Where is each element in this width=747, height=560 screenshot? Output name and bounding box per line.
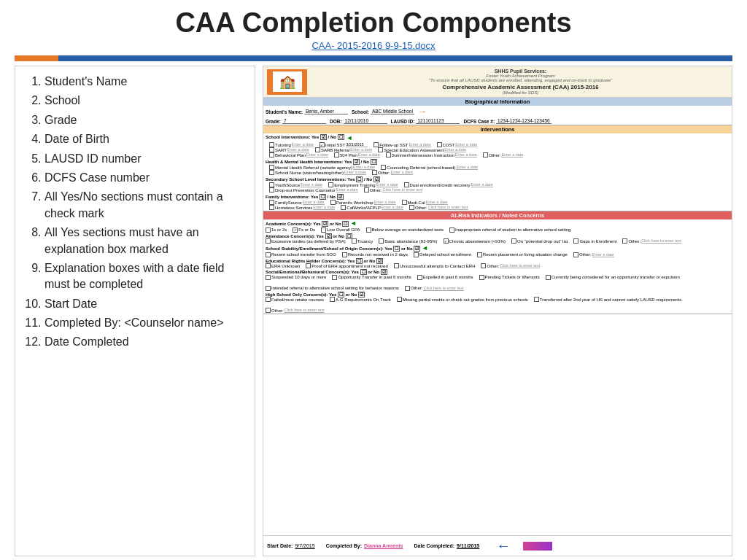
checkbox-ag-req[interactable]: [330, 297, 335, 302]
checkbox-mh-referral[interactable]: [269, 165, 274, 170]
completed-by-val[interactable]: Dianna Arments: [364, 543, 403, 548]
date-calworks[interactable]: Enter a date: [382, 205, 403, 210]
checkbox-initial-sst[interactable]: [320, 142, 325, 147]
student-name-val[interactable]: Benis, Amber: [304, 109, 348, 114]
checkbox-transferred-hs[interactable]: [534, 297, 539, 302]
checkbox-inapt-ref[interactable]: [449, 228, 454, 233]
checkbox-school-nurse[interactable]: [269, 170, 274, 175]
checkbox-1s2s[interactable]: [266, 228, 271, 233]
health-int-yes-box[interactable]: ☑: [353, 159, 360, 165]
checkbox-cost[interactable]: [437, 142, 442, 147]
checkbox-suspended[interactable]: [266, 275, 271, 280]
checkbox-parent-workshop[interactable]: [330, 200, 336, 205]
checkbox-other-family[interactable]: [409, 205, 414, 210]
checkbox-tutoring[interactable]: [269, 142, 274, 147]
date-sped[interactable]: Enter a date: [444, 147, 466, 152]
date-other-family[interactable]: Click here to enter text: [428, 205, 468, 210]
date-other-secondary[interactable]: Click here to enter text: [382, 187, 422, 192]
checkbox-other-secondary[interactable]: [364, 187, 369, 192]
date-sart[interactable]: Enter a date: [287, 147, 309, 152]
checkbox-truancy[interactable]: [352, 238, 357, 244]
checkbox-fsds[interactable]: [293, 228, 298, 233]
checkbox-other-health[interactable]: [372, 170, 377, 175]
checkbox-dropout-list[interactable]: [511, 238, 516, 244]
checkbox-opp-transfer[interactable]: [332, 275, 337, 280]
checkbox-other-att[interactable]: [622, 238, 627, 244]
grade-val[interactable]: 7: [282, 118, 326, 124]
date-initial-sst[interactable]: 3/21/2015: [346, 142, 368, 147]
checkbox-other-hs[interactable]: [266, 308, 271, 313]
date-other-hs[interactable]: Click here to enter text: [285, 308, 325, 313]
checkbox-opp-expulsion[interactable]: [546, 275, 551, 280]
lausd-val[interactable]: 1211011123: [416, 118, 460, 124]
checkbox-504[interactable]: [334, 152, 339, 158]
date-parent-workshop[interactable]: Enter a date: [374, 200, 396, 205]
checkbox-other-stability[interactable]: [573, 252, 578, 257]
checkbox-sart[interactable]: [269, 147, 274, 152]
school-int-no-box[interactable]: ☐: [338, 134, 344, 140]
family-int-yes-box[interactable]: ☐: [320, 194, 326, 200]
date-counseling[interactable]: Enter a date: [456, 165, 478, 170]
date-bhvplan[interactable]: Enter a date: [306, 152, 328, 158]
date-tutoring[interactable]: Enter a date: [292, 142, 314, 147]
date-emp-training[interactable]: Enter a date: [376, 182, 398, 187]
academic-no-box[interactable]: ☐: [342, 221, 349, 227]
checkbox-followup-sst[interactable]: [374, 142, 379, 147]
date-504[interactable]: Enter a date: [358, 152, 380, 158]
date-dropout[interactable]: Enter a date: [336, 187, 358, 192]
checkbox-medical[interactable]: [402, 200, 407, 205]
date-other-social[interactable]: Click here to enter text: [423, 286, 463, 291]
date-ys[interactable]: Enter a date: [301, 182, 322, 187]
dob-val[interactable]: 12/11/2010: [344, 118, 387, 124]
checkbox-counseling[interactable]: [381, 165, 386, 170]
checkbox-expelled[interactable]: [417, 275, 422, 280]
date-medical[interactable]: Enter a date: [426, 200, 448, 205]
start-date-val[interactable]: 9/7/2015: [295, 543, 314, 548]
checkbox-other-school[interactable]: [483, 152, 488, 158]
checkbox-gaps[interactable]: [573, 238, 578, 244]
date-dual-enroll[interactable]: Enter a date: [471, 182, 493, 187]
checkbox-erh-proof[interactable]: [306, 263, 311, 268]
checkbox-failed-courses[interactable]: [266, 297, 271, 302]
secondary-int-yes-box[interactable]: ☐: [356, 176, 363, 182]
date-sarb[interactable]: Enter a date: [350, 147, 372, 152]
checkbox-calworks[interactable]: [341, 205, 346, 210]
date-other-school[interactable]: Enter a date: [501, 152, 523, 158]
date-other-att[interactable]: Click here to enter text: [641, 238, 681, 244]
checkbox-below-avg[interactable]: [366, 228, 371, 233]
date-completed-val[interactable]: 9/11/2015: [457, 543, 479, 548]
date-followup-sst[interactable]: Enter a date: [409, 142, 431, 147]
checkbox-sarb[interactable]: [315, 147, 320, 152]
checkbox-summer[interactable]: [386, 152, 391, 158]
checkbox-other-social[interactable]: [405, 286, 410, 291]
checkbox-familysource[interactable]: [269, 200, 274, 205]
family-int-no-box[interactable]: ☑: [337, 194, 344, 200]
checkbox-dropout[interactable]: [269, 187, 274, 192]
checkbox-behavior-ref[interactable]: [266, 286, 271, 291]
checkbox-erh-contact[interactable]: [394, 263, 399, 268]
school-int-yes-box[interactable]: ☑: [320, 134, 327, 140]
date-school-nurse[interactable]: Enter a date: [344, 170, 366, 175]
checkbox-recent-transfer[interactable]: [266, 252, 271, 257]
stability-no-box[interactable]: ☑: [414, 246, 420, 252]
health-int-no-box[interactable]: ☐: [371, 159, 377, 165]
subtitle-link[interactable]: CAA- 2015-2016 9-9-15.docx: [15, 40, 732, 51]
checkbox-dual-enroll[interactable]: [404, 182, 409, 187]
school-val[interactable]: ABC Middle School: [371, 109, 414, 114]
checkbox-other-erh[interactable]: [481, 263, 486, 268]
date-summer[interactable]: Enter a date: [455, 152, 477, 158]
checkbox-delayed-enroll[interactable]: [414, 252, 419, 257]
caa-link[interactable]: CAA- 2015-2016 9-9-15.docx: [311, 40, 435, 51]
dcfs-val[interactable]: 1234-1234-1234-123456: [496, 118, 551, 124]
date-other-health[interactable]: Enter a date: [391, 170, 413, 175]
secondary-int-no-box[interactable]: ☑: [374, 176, 380, 182]
academic-yes-box[interactable]: ☑: [322, 221, 328, 227]
checkbox-ys[interactable]: [269, 182, 274, 187]
checkbox-homeless[interactable]: [269, 205, 274, 210]
date-cost[interactable]: Enter a date: [455, 142, 477, 147]
checkbox-bhvplan[interactable]: [269, 152, 274, 158]
date-other-stability[interactable]: Enter a date: [592, 252, 614, 257]
checkbox-living-change[interactable]: [477, 252, 482, 257]
stability-yes-box[interactable]: ☐: [393, 246, 400, 252]
checkbox-exc-tardies[interactable]: [266, 238, 271, 244]
